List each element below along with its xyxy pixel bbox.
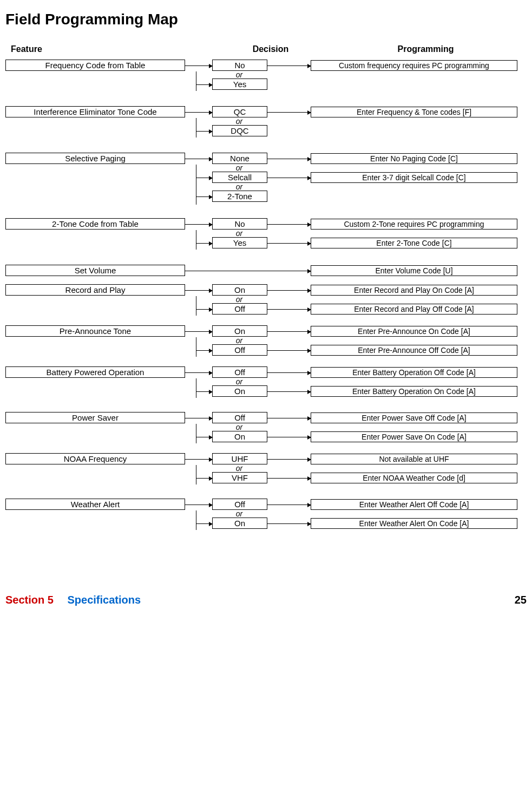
section-pre-announce: Pre-Announce Tone On Enter Pre-Announce … xyxy=(5,325,527,356)
decision-box: None xyxy=(212,153,267,164)
decision-box: On xyxy=(212,325,267,337)
decision-box: On xyxy=(212,284,267,296)
footer-page: 25 xyxy=(515,594,527,606)
section-set-volume: Set Volume Enter Volume Code [U] xyxy=(5,265,527,276)
or-label: or xyxy=(212,337,266,344)
section-interference: Interference Eliminator Tone Code QC Ent… xyxy=(5,106,527,136)
programming-box: Enter Weather Alert On Code [A] xyxy=(311,518,517,529)
section-selective-paging: Selective Paging None Enter No Paging Co… xyxy=(5,153,527,202)
programming-box: Enter 2-Tone Code [C] xyxy=(311,238,517,248)
programming-box: Enter NOAA Weather Code [d] xyxy=(311,473,517,483)
programming-box: Custom 2-Tone requires PC programming xyxy=(311,219,517,230)
page-footer: Section 5 Specifications 25 xyxy=(5,594,527,606)
header-feature: Feature xyxy=(11,44,216,54)
programming-box: Enter Battery Operation Off Code [A] xyxy=(311,367,517,378)
feature-box: 2-Tone Code from Table xyxy=(5,218,185,230)
section-noaa: NOAA Frequency UHF Not available at UHF … xyxy=(5,453,527,483)
or-label: or xyxy=(212,230,266,237)
programming-box: Enter Pre-Announce On Code [A] xyxy=(311,326,517,337)
programming-box: Not available at UHF xyxy=(311,454,517,464)
section-record-play: Record and Play On Enter Record and Play… xyxy=(5,284,527,315)
or-label: or xyxy=(212,183,266,191)
or-label: or xyxy=(212,117,266,125)
section-battery: Battery Powered Operation Off Enter Batt… xyxy=(5,366,527,397)
feature-box: Pre-Announce Tone xyxy=(5,325,185,337)
decision-box: Off xyxy=(212,366,267,378)
footer-spec: Specifications xyxy=(67,594,141,606)
programming-box: Enter Weather Alert Off Code [A] xyxy=(311,499,517,510)
column-headers: Feature Decision Programming xyxy=(5,44,527,54)
feature-box: Record and Play xyxy=(5,284,185,296)
or-label: or xyxy=(212,71,266,78)
programming-box: Enter Power Save Off Code [A] xyxy=(311,412,517,423)
programming-box: Enter 3-7 digit Selcall Code [C] xyxy=(311,172,517,183)
or-label: or xyxy=(212,423,266,431)
programming-box: Enter Frequency & Tone codes [F] xyxy=(311,107,517,117)
feature-box: NOAA Frequency xyxy=(5,453,185,464)
feature-box: Selective Paging xyxy=(5,153,185,164)
or-label: or xyxy=(212,378,266,385)
programming-box: Enter Power Save On Code [A] xyxy=(311,431,517,442)
or-label: or xyxy=(212,296,266,303)
decision-box: Yes xyxy=(212,78,267,90)
section-weather-alert: Weather Alert Off Enter Weather Alert Of… xyxy=(5,499,527,529)
header-decision: Decision xyxy=(216,44,325,54)
decision-box: On xyxy=(212,385,267,397)
or-label: or xyxy=(212,510,266,518)
decision-box: Off xyxy=(212,303,267,315)
decision-box: UHF xyxy=(212,453,267,464)
decision-box: VHF xyxy=(212,472,267,483)
programming-box: Custom frequency requires PC programming xyxy=(311,60,517,71)
programming-box: Enter Record and Play On Code [A] xyxy=(311,285,517,296)
decision-box: On xyxy=(212,518,267,529)
decision-box: Yes xyxy=(212,237,267,248)
footer-section: Section 5 xyxy=(5,594,54,606)
programming-box: Enter Pre-Announce Off Code [A] xyxy=(311,345,517,356)
programming-box: Enter No Paging Code [C] xyxy=(311,153,517,164)
feature-box: Power Saver xyxy=(5,412,185,423)
decision-box: Off xyxy=(212,344,267,356)
feature-box: Frequency Code from Table xyxy=(5,60,185,71)
feature-box: Battery Powered Operation xyxy=(5,366,185,378)
page-title: Field Programming Map xyxy=(5,11,527,28)
programming-box: Enter Battery Operation On Code [A] xyxy=(311,386,517,397)
decision-box: QC xyxy=(212,106,267,117)
or-label: or xyxy=(212,164,266,172)
feature-box: Weather Alert xyxy=(5,499,185,510)
decision-box: Off xyxy=(212,412,267,423)
section-frequency-code: Frequency Code from Table No Custom freq… xyxy=(5,60,527,90)
decision-box: DQC xyxy=(212,125,267,136)
decision-box: On xyxy=(212,431,267,442)
feature-box: Set Volume xyxy=(5,265,185,276)
decision-box: Selcall xyxy=(212,172,267,183)
header-programming: Programming xyxy=(325,44,527,54)
decision-box: Off xyxy=(212,499,267,510)
section-2tone-code: 2-Tone Code from Table No Custom 2-Tone … xyxy=(5,218,527,248)
section-power-saver: Power Saver Off Enter Power Save Off Cod… xyxy=(5,412,527,442)
programming-box: Enter Record and Play Off Code [A] xyxy=(311,304,517,315)
decision-box: 2-Tone xyxy=(212,191,267,202)
programming-box: Enter Volume Code [U] xyxy=(311,265,517,276)
decision-box: No xyxy=(212,60,267,71)
decision-box: No xyxy=(212,218,267,230)
or-label: or xyxy=(212,464,266,472)
feature-box: Interference Eliminator Tone Code xyxy=(5,106,185,117)
